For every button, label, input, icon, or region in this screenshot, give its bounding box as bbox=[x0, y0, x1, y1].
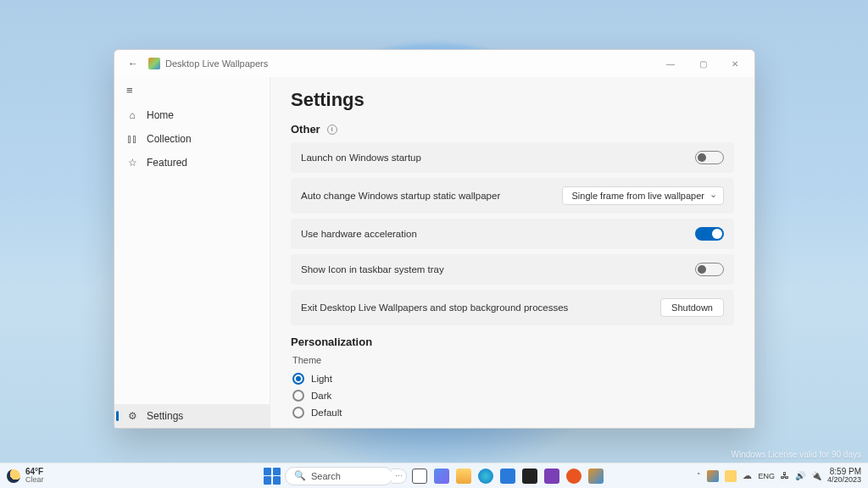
volume-icon[interactable]: 🔊 bbox=[795, 471, 805, 480]
sidebar-item-label: Featured bbox=[147, 157, 187, 169]
page-title: Settings bbox=[291, 89, 734, 111]
shutdown-button[interactable]: Shutdown bbox=[660, 298, 724, 317]
onedrive-icon[interactable]: ☁ bbox=[743, 470, 752, 481]
theme-label: Theme bbox=[292, 355, 734, 365]
window-title: Desktop Live Wallpapers bbox=[165, 58, 268, 69]
window-controls: — ▢ ✕ bbox=[654, 50, 751, 77]
sidebar: ≡ ⌂ Home ⫿⫿ Collection ☆ Featured ⚙ Sett… bbox=[114, 77, 270, 428]
titlebar[interactable]: ← Desktop Live Wallpapers — ▢ ✕ bbox=[114, 50, 754, 77]
app-window: ← Desktop Live Wallpapers — ▢ ✕ ≡ ⌂ Home… bbox=[114, 49, 755, 429]
taskbar-center: 🔍 Search ⋯ bbox=[263, 467, 605, 485]
close-button[interactable]: ✕ bbox=[719, 50, 751, 77]
home-icon: ⌂ bbox=[126, 109, 138, 121]
row-tray-icon: Show Icon in taskbar system tray bbox=[291, 254, 734, 285]
info-icon[interactable]: i bbox=[327, 125, 337, 135]
taskbar-weather[interactable]: 64°F Clear bbox=[0, 468, 44, 484]
star-icon: ☆ bbox=[126, 157, 138, 169]
ubuntu-icon[interactable] bbox=[565, 467, 583, 485]
taskbar[interactable]: 64°F Clear 🔍 Search ⋯ ˄ bbox=[0, 463, 868, 488]
maximize-button[interactable]: ▢ bbox=[687, 50, 719, 77]
back-button[interactable]: ← bbox=[121, 58, 145, 69]
edge-icon[interactable] bbox=[476, 467, 495, 485]
dropdown-auto-change[interactable]: Single frame from live wallpaper bbox=[562, 186, 724, 205]
taskbar-search[interactable]: 🔍 Search bbox=[285, 467, 393, 485]
network-icon[interactable]: 🖧 bbox=[781, 471, 789, 480]
radio-theme-default[interactable]: Default bbox=[291, 404, 734, 421]
radio-icon bbox=[292, 390, 304, 402]
file-explorer-icon[interactable] bbox=[454, 467, 473, 485]
license-watermark: Windows License valid for 90 days bbox=[732, 450, 861, 459]
power-icon[interactable]: 🔌 bbox=[811, 471, 821, 480]
start-button[interactable] bbox=[263, 467, 281, 485]
row-hw-accel: Use hardware acceleration bbox=[291, 219, 734, 249]
search-icon: 🔍 bbox=[294, 470, 306, 481]
tray-app-icon[interactable] bbox=[707, 470, 719, 482]
visual-studio-icon[interactable] bbox=[542, 467, 561, 485]
section-personalization-label: Personalization bbox=[291, 336, 734, 348]
store-icon[interactable] bbox=[498, 467, 517, 485]
sidebar-item-label: Home bbox=[147, 109, 174, 121]
radio-theme-light[interactable]: Light bbox=[291, 370, 734, 387]
system-tray: ˄ ☁ ENG 🖧 🔊 🔌 8:59 PM 4/20/2023 bbox=[697, 468, 868, 485]
section-other-label: Other i bbox=[291, 123, 734, 136]
gear-icon: ⚙ bbox=[126, 410, 138, 422]
tray-overflow-icon[interactable]: ˄ bbox=[697, 472, 701, 480]
hamburger-button[interactable]: ≡ bbox=[114, 77, 270, 103]
row-launch-startup: Launch on Windows startup bbox=[291, 142, 734, 173]
sidebar-item-collection[interactable]: ⫿⫿ Collection bbox=[114, 127, 270, 151]
radio-icon bbox=[292, 373, 304, 385]
task-view-button[interactable] bbox=[410, 467, 429, 485]
toggle-hw-accel[interactable] bbox=[695, 227, 724, 241]
minimize-button[interactable]: — bbox=[654, 50, 687, 77]
sidebar-item-label: Settings bbox=[147, 410, 183, 422]
terminal-icon[interactable] bbox=[520, 467, 539, 485]
app-pinned-icon[interactable] bbox=[587, 467, 605, 485]
row-exit-app: Exit Desktop Live Wallpapers and stop ba… bbox=[291, 290, 734, 325]
sidebar-item-home[interactable]: ⌂ Home bbox=[114, 103, 270, 127]
radio-theme-dark[interactable]: Dark bbox=[291, 387, 734, 404]
row-auto-change: Auto change Windows startup static wallp… bbox=[291, 178, 734, 214]
toggle-tray-icon[interactable] bbox=[695, 263, 724, 276]
chat-icon[interactable] bbox=[432, 467, 451, 485]
search-extension[interactable]: ⋯ bbox=[392, 469, 407, 484]
desktop: ← Desktop Live Wallpapers — ▢ ✕ ≡ ⌂ Home… bbox=[0, 0, 868, 488]
taskbar-clock[interactable]: 8:59 PM 4/20/2023 bbox=[827, 468, 861, 485]
weather-icon bbox=[7, 469, 20, 483]
content-area: Settings Other i Launch on Windows start… bbox=[270, 77, 754, 428]
tray-security-icon[interactable] bbox=[725, 470, 737, 482]
sidebar-item-featured[interactable]: ☆ Featured bbox=[114, 151, 270, 175]
language-indicator[interactable]: ENG bbox=[758, 472, 775, 480]
collection-icon: ⫿⫿ bbox=[126, 133, 138, 145]
sidebar-item-settings[interactable]: ⚙ Settings bbox=[114, 404, 270, 428]
sidebar-item-label: Collection bbox=[147, 133, 192, 145]
radio-icon bbox=[292, 407, 304, 419]
toggle-launch-startup[interactable] bbox=[695, 151, 724, 164]
app-icon bbox=[148, 58, 160, 69]
